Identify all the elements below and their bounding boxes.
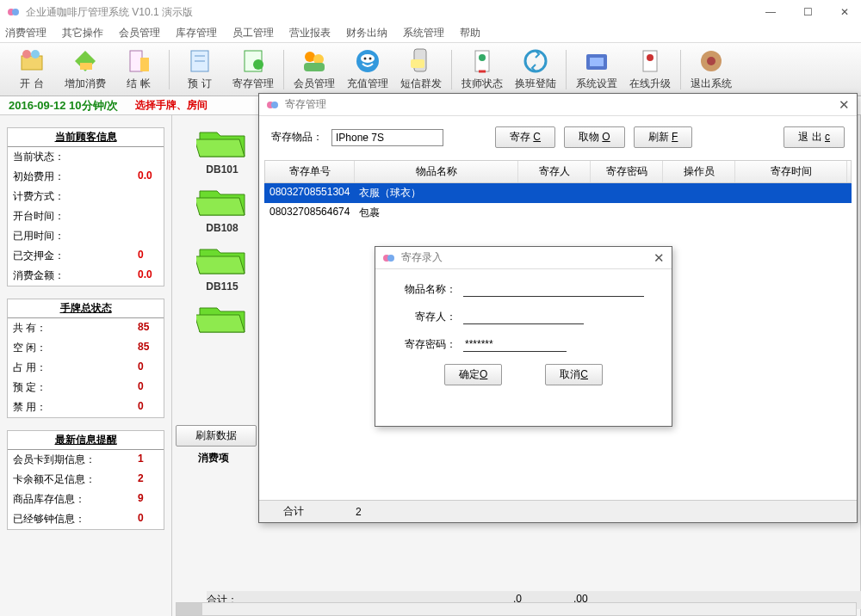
tags-title: 手牌总状态 [8,299,164,318]
status-hint: 选择手牌、房间 [135,98,208,113]
refresh-button[interactable]: 刷新 F [634,126,693,148]
svg-rect-7 [140,58,149,71]
exit-button[interactable]: 退 出 c [784,126,845,148]
table-row[interactable]: 08032708564674 包裹 [264,203,852,223]
tags-panel: 手牌总状态 共 有：85 空 闲：85 占 用：0 预 定：0 禁 用：0 [7,299,164,418]
close-button[interactable]: ✕ [835,4,854,20]
toolbar-recharge[interactable]: 充值管理 [341,45,394,95]
menu-item[interactable]: 系统管理 [403,26,444,40]
shift-icon [522,47,549,75]
member-icon [300,47,328,75]
titlebar: 企业通咖啡厅管理系统 V10.1 演示版 — ☐ ✕ [0,0,861,24]
svg-rect-5 [80,63,92,70]
sidebar: 当前顾客信息 当前状态： 初始费用：0.0 计费方式： 开台时间： 已用时间： … [0,115,172,616]
svg-point-19 [369,58,372,60]
svg-point-30 [707,57,715,65]
svg-point-34 [387,255,394,262]
toolbar-reserve[interactable]: 预 订 [173,45,226,95]
menu-item[interactable]: 消费管理 [5,26,46,40]
svg-point-3 [22,50,31,59]
svg-point-28 [647,54,653,61]
toolbar-shift[interactable]: 换班登陆 [509,45,562,95]
toolbar-checkout[interactable]: 结 帐 [112,45,165,95]
deposit-icon [239,47,267,75]
tech-icon [468,47,496,75]
menu-item[interactable]: 其它操作 [62,26,103,40]
room-item[interactable] [179,298,265,336]
svg-point-1 [12,9,19,15]
menu-item[interactable]: 员工管理 [232,26,274,40]
minimize-button[interactable]: — [760,4,781,20]
svg-point-17 [361,54,375,63]
toolbar-exit[interactable]: 退出系统 [684,45,738,95]
deposit-table: 寄存单号 物品名称 寄存人 寄存密码 操作员 寄存时间 080327085513… [264,160,852,223]
alerts-panel: 最新信息提醒 会员卡到期信息：1 卡余额不足信息：2 商品库存信息：9 已经够钟… [7,430,164,530]
toolbar-upgrade[interactable]: 在线升级 [623,45,677,95]
toolbar-deposit[interactable]: 寄存管理 [226,45,280,95]
table-header: 寄存单号 物品名称 寄存人 寄存密码 操作员 寄存时间 [264,160,852,183]
svg-point-23 [479,54,486,61]
svg-point-12 [253,59,263,70]
deposit-footer: 合计 2 [259,500,857,522]
toolbar: 开 台 增加消费 结 帐 预 订 寄存管理 会员管理 充值管理 短信群发 技师状… [0,43,861,96]
toolbar-sms[interactable]: 短信群发 [394,45,448,95]
menu-item[interactable]: 帮助 [460,26,480,40]
deposit-dialog-title: 寄存管理 [285,97,326,112]
svg-rect-26 [590,58,604,66]
password-input[interactable] [463,336,567,352]
entry-close-button[interactable]: ✕ [653,250,665,266]
deposit-close-button[interactable]: ✕ [839,97,850,113]
item-name-input[interactable] [463,281,644,297]
svg-rect-6 [130,51,142,71]
reserve-icon [186,47,214,75]
checkout-icon [125,47,152,75]
alerts-title: 最新信息提醒 [8,431,164,450]
svg-rect-2 [22,56,42,70]
svg-point-32 [271,102,278,108]
menu-item[interactable]: 会员管理 [119,26,160,40]
toolbar-add-consume[interactable]: 增加消费 [59,45,112,95]
recharge-icon [354,47,381,75]
folder-icon [196,181,248,219]
menu-item[interactable]: 营业报表 [289,26,331,40]
upgrade-icon [636,47,664,75]
customer-title: 当前顾客信息 [8,128,164,147]
deposit-item-input[interactable] [331,129,443,146]
cancel-button[interactable]: 取消C [545,364,603,385]
table-row[interactable]: 08032708551304 衣服（球衣） [264,183,852,203]
room-item[interactable]: DB108 [179,181,265,234]
toolbar-tech[interactable]: 技师状态 [455,45,509,95]
horizontal-scrollbar[interactable] [176,602,857,616]
customer-panel: 当前顾客信息 当前状态： 初始费用：0.0 计费方式： 开台时间： 已用时间： … [7,127,164,286]
take-button[interactable]: 取物 O [564,126,625,148]
room-item[interactable]: DB115 [179,239,265,293]
menu-item[interactable]: 库存管理 [176,26,217,40]
entry-dialog: 寄存录入 ✕ 物品名称： 寄存人： 寄存密码： 确定O 取消C [375,246,672,427]
toolbar-settings[interactable]: 系统设置 [570,45,623,95]
svg-point-18 [364,58,367,60]
sms-icon [407,47,435,75]
folder-icon [196,239,248,277]
deposit-item-label: 寄存物品： [271,130,323,145]
app-icon [7,5,21,19]
people-icon [382,251,396,265]
entry-dialog-title: 寄存录入 [401,250,443,265]
consume-header: 消费项 [198,451,229,465]
menu-item[interactable]: 财务出纳 [346,26,387,40]
depositor-input[interactable] [463,309,584,324]
exit-icon [697,47,725,75]
maximize-button[interactable]: ☐ [798,4,818,20]
add-consume-icon [71,47,99,75]
toolbar-member[interactable]: 会员管理 [288,45,341,95]
refresh-data-button[interactable]: 刷新数据 [176,425,257,447]
toolbar-open[interactable]: 开 台 [5,45,59,95]
status-datetime: 2016-09-12 10分钟/次 [9,98,118,114]
svg-point-24 [525,51,546,71]
open-icon [18,47,46,75]
room-item[interactable]: DB101 [179,122,265,176]
people-icon [266,98,280,112]
ok-button[interactable]: 确定O [444,364,502,385]
svg-rect-15 [304,63,325,71]
store-button[interactable]: 寄存 C [495,126,555,148]
folder-icon [196,298,248,336]
